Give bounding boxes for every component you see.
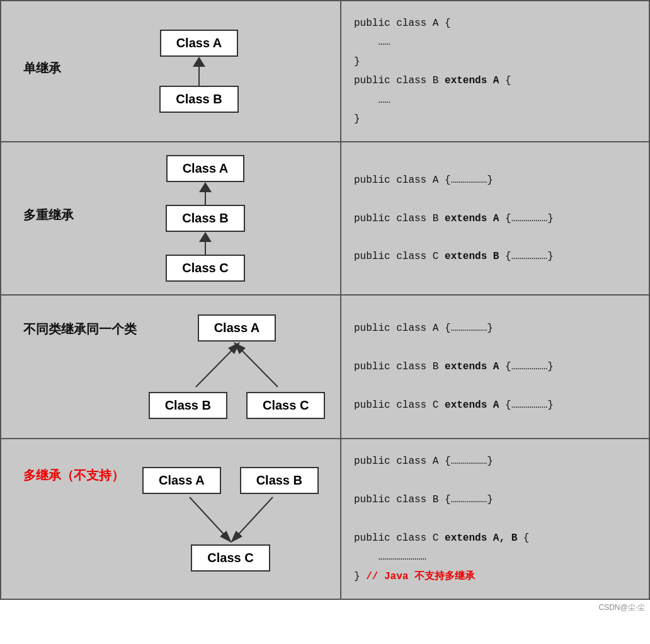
no-support-text: // Java 不支持多继承 [366, 571, 475, 582]
right-cell-multilevel: public class A {………………} public class B e… [341, 142, 649, 295]
left-cell-fan: 不同类继承同一个类 Class A [1, 295, 341, 439]
section-label-multilevel: 多重继承 [23, 207, 74, 224]
diagram-fan: Class A [146, 308, 328, 425]
fan-line-right [238, 347, 278, 387]
code-multi-6: …………………… [354, 548, 636, 566]
code-multi-7: } // Java 不支持多继承 [354, 567, 636, 586]
box-classB-multilevel: Class B [166, 205, 244, 232]
arrow-multilevel-1 [199, 182, 212, 205]
box-classA-fan: Class A [198, 314, 277, 342]
right-cell-multiple: public class A {………………} public class B {… [341, 439, 649, 599]
section-row-fan: 不同类继承同一个类 Class A [14, 308, 328, 425]
code-ml-3: public class B extends A {………………} [354, 209, 636, 228]
code-fan-3: public class B extends A {………………} [354, 357, 636, 376]
box-classA-multiple: Class A [142, 467, 221, 494]
arrow-single [193, 57, 205, 86]
code-single: public class A { …… } public class B ext… [354, 14, 636, 129]
arrow-line-single [198, 67, 200, 86]
label-col-multiple: 多继承（不支持） [14, 461, 134, 497]
right-cell-single: public class A { …… } public class B ext… [341, 1, 649, 142]
box-classB-single: Class B [159, 86, 238, 113]
box-classA-single: Class A [160, 30, 239, 57]
left-cell-multiple: 多继承（不支持） Class A Class B [1, 439, 341, 599]
label-col-fan: 不同类继承同一个类 [14, 308, 146, 350]
code-line-3: } [354, 52, 636, 71]
code-fan-1: public class A {………………} [354, 319, 636, 338]
extends-fan-2: extends A [445, 400, 499, 411]
box-classC-multiple: Class C [191, 544, 270, 572]
extends-ml-2: extends B [445, 251, 499, 262]
arrow-line-ml2 [205, 242, 206, 255]
code-fan-4 [354, 377, 636, 396]
row-multiple: 多继承（不支持） Class A Class B [1, 439, 649, 599]
top-boxes-multiple: Class A Class B [142, 467, 319, 494]
bottom-boxes-fan: Class B Class C [149, 392, 326, 419]
fan-svg [155, 342, 319, 392]
arrow-line-ml1 [205, 192, 206, 205]
code-line-4: public class B extends A { [354, 71, 636, 90]
fan-line-left [196, 347, 236, 387]
box-classC-fan: Class C [246, 392, 325, 419]
code-multi-5: public class C extends A, B { [354, 529, 636, 548]
code-line-5: …… [354, 91, 636, 110]
section-row-multilevel: 多重继承 Class A Class B Class C [14, 155, 328, 282]
code-multi-2 [354, 471, 636, 490]
box-classB-fan: Class B [149, 392, 227, 419]
section-label-fan: 不同类继承同一个类 [23, 321, 137, 338]
watermark: CSDN@尘·尘 [0, 600, 650, 616]
code-line-1: public class A { [354, 14, 636, 33]
extends-fan-1: extends A [445, 361, 499, 372]
arrowhead-ml2 [199, 232, 212, 242]
extends-ml-1: extends A [445, 213, 499, 224]
box-classC-multilevel: Class C [166, 255, 244, 282]
label-col-multilevel: 多重继承 [14, 200, 83, 236]
row-multilevel: 多重继承 Class A Class B Class C [1, 142, 649, 295]
merge-line-left [190, 497, 227, 538]
box-classA-multilevel: Class A [166, 155, 245, 182]
code-fan-5: public class C extends A {………………} [354, 396, 636, 415]
main-table: 单继承 Class A Class B public class A { …… … [0, 0, 650, 600]
section-row-multiple: 多继承（不支持） Class A Class B [14, 461, 328, 578]
arrowhead-ml1 [199, 182, 212, 192]
code-fan: public class A {………………} public class B e… [354, 319, 636, 415]
arrow-multilevel-2 [199, 232, 212, 255]
arrowhead-single [193, 57, 205, 67]
code-ml-5: public class C extends B {………………} [354, 247, 636, 266]
merge-svg [142, 494, 319, 544]
left-cell-multilevel: 多重继承 Class A Class B Class C [1, 142, 341, 295]
code-line-2: …… [354, 33, 636, 52]
code-line-6: } [354, 110, 636, 129]
extends-multi: extends A, B [445, 532, 517, 544]
row-single-inheritance: 单继承 Class A Class B public class A { …… … [1, 1, 649, 142]
code-ml-4 [354, 228, 636, 247]
code-multi-3: public class B {………………} [354, 490, 636, 509]
row-fan: 不同类继承同一个类 Class A [1, 295, 649, 439]
code-multi-4 [354, 510, 636, 529]
code-ml-1: public class A {………………} [354, 171, 636, 190]
code-multi-1: public class A {………………} [354, 452, 636, 471]
box-classB-multiple: Class B [240, 467, 319, 494]
code-ml-2 [354, 190, 636, 209]
extends-keyword-1: extends A [445, 75, 499, 86]
label-col-single: 单继承 [14, 54, 71, 89]
diagram-single: Class A Class B [71, 30, 328, 113]
diagram-multilevel: Class A Class B Class C [83, 155, 328, 282]
section-label-multiple: 多继承（不支持） [23, 467, 124, 484]
left-cell-single: 单继承 Class A Class B [1, 1, 341, 142]
merge-line-right [235, 497, 273, 538]
code-fan-2 [354, 338, 636, 357]
right-cell-fan: public class A {………………} public class B e… [341, 295, 649, 439]
diagram-multiple: Class A Class B [134, 461, 328, 578]
section-row-single: 单继承 Class A Class B [14, 30, 328, 113]
code-multiple: public class A {………………} public class B {… [354, 452, 636, 586]
section-label-single: 单继承 [23, 60, 61, 77]
code-multilevel: public class A {………………} public class B e… [354, 171, 636, 267]
